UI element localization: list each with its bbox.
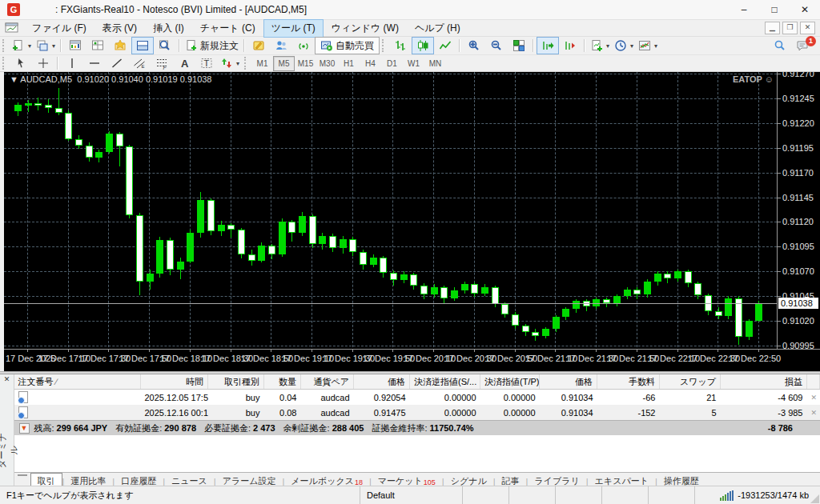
timeframe-mn[interactable]: MN [424, 56, 446, 71]
terminal-close-icon[interactable]: ✕ [2, 375, 11, 384]
profiles-icon [36, 39, 49, 52]
timeframe-m15[interactable]: M15 [295, 56, 316, 71]
dropdown-caret-icon[interactable]: ▾ [654, 42, 657, 50]
ea-smiley-icon[interactable]: ☺ [765, 74, 774, 84]
chart-canvas[interactable]: 0.912700.912450.912200.911950.911700.911… [4, 72, 820, 371]
ea-label[interactable]: EATOP ☺ [733, 74, 774, 84]
timeframe-m30[interactable]: M30 [316, 56, 338, 71]
grid-line-vertical [555, 72, 556, 347]
chart-collapse-icon[interactable]: ▼ [10, 74, 20, 84]
dropdown-caret-icon[interactable]: ▾ [52, 42, 55, 50]
timeframe-d1[interactable]: D1 [381, 56, 403, 71]
menu-item-2[interactable]: 表示 (V) [94, 19, 145, 38]
notifications-button[interactable]: 1 [791, 37, 814, 54]
order-row[interactable]: 2025.12.05 17:51:00buy0.04audcad0.920540… [14, 390, 820, 406]
toolbar-grip[interactable] [2, 39, 7, 52]
toolbar-grip[interactable] [244, 57, 249, 70]
child-restore-button[interactable]: ❐ [782, 22, 798, 34]
toolbar-grip[interactable] [382, 39, 387, 52]
terminal-panel: ✕ ターミナル 注文番号 ∕時間取引種別数量通貨ペア価格決済逆指値(S/...決… [0, 374, 820, 490]
autotrade-button[interactable]: 自動売買 [315, 37, 380, 54]
profiles-button[interactable]: ▾ [34, 37, 58, 54]
order-row[interactable]: 2025.12.16 00:15:00buy0.08audcad0.914750… [14, 405, 820, 420]
column-header-3[interactable]: 取引種別 [208, 374, 264, 390]
minimize-button[interactable]: – [729, 0, 759, 19]
grid-line-vertical [190, 72, 191, 347]
line-chart-button[interactable] [434, 37, 456, 54]
vertical-line-button[interactable] [61, 54, 83, 72]
navigator-button[interactable] [109, 37, 131, 54]
tile-windows-button[interactable] [508, 37, 530, 54]
dropdown-caret-icon[interactable]: ▾ [630, 42, 633, 50]
text-label-button[interactable]: T [195, 54, 218, 72]
column-header-11[interactable]: スワップ [660, 374, 721, 390]
data-window-button[interactable] [86, 37, 109, 54]
menu-item-6[interactable]: ウィンドウ (W) [324, 19, 407, 38]
templates-button[interactable]: ▾ [636, 37, 660, 54]
dropdown-caret-icon[interactable]: ▾ [236, 60, 239, 67]
chart-shift-button[interactable] [559, 37, 581, 54]
candlestick-chart-button[interactable] [412, 37, 434, 54]
order-close-icon[interactable]: ✕ [807, 405, 820, 420]
timeframe-h1[interactable]: H1 [338, 56, 360, 71]
column-header-9[interactable]: 価格 [540, 374, 597, 390]
grid-line-vertical [718, 72, 718, 347]
column-header-5[interactable]: 通貨ペア [301, 374, 354, 390]
trendline-button[interactable] [106, 54, 128, 72]
autoscroll-button[interactable] [537, 37, 559, 54]
zoom-out-button[interactable] [485, 37, 508, 54]
text-button[interactable]: A [173, 54, 195, 72]
strategy-tester-button[interactable] [154, 37, 176, 54]
text-icon: A [178, 57, 191, 70]
zoom-in-button[interactable] [463, 37, 485, 54]
column-header-1[interactable]: 注文番号 ∕ [14, 374, 141, 390]
menu-item-7[interactable]: ヘルプ (H) [407, 19, 468, 38]
dropdown-caret-icon[interactable]: ▾ [606, 42, 609, 50]
menu-item-3[interactable]: 挿入 (I) [145, 19, 192, 38]
new-order-button[interactable]: 新規注文 [183, 37, 241, 54]
child-close-button[interactable]: ✕ [800, 22, 815, 34]
bar-chart-button[interactable] [389, 37, 412, 54]
timeframe-h4[interactable]: H4 [360, 56, 381, 71]
timeframe-m5[interactable]: M5 [273, 56, 295, 71]
metaeditor-button[interactable] [247, 37, 270, 54]
column-header-2[interactable]: 時間 [141, 374, 208, 390]
cursor-button[interactable] [10, 54, 32, 72]
dropdown-caret-icon[interactable]: ▾ [28, 42, 31, 50]
candle-body [431, 287, 438, 294]
column-header-8[interactable]: 決済指値(T/P) [480, 374, 540, 390]
terminal-panel-button[interactable] [131, 37, 154, 54]
status-profile[interactable]: Default [360, 486, 463, 504]
menu-item-4[interactable]: チャート (C) [192, 19, 263, 38]
column-header-12[interactable]: 損益 [721, 374, 807, 390]
order-close-icon[interactable]: ✕ [807, 390, 820, 406]
search-button[interactable] [769, 37, 791, 54]
menu-item-5[interactable]: ツール (T) [263, 19, 324, 38]
fibonacci-button[interactable]: F [151, 54, 173, 72]
column-header-10[interactable]: 手数料 [597, 374, 660, 390]
column-header-4[interactable]: 数量 [264, 374, 301, 390]
menu-item-1[interactable]: ファイル (F) [24, 19, 94, 38]
timeframe-m1[interactable]: M1 [251, 56, 273, 71]
child-window-icon[interactable] [5, 22, 19, 34]
close-button[interactable]: ✕ [790, 0, 820, 19]
equidistant-channel-button[interactable]: E [128, 54, 151, 72]
column-header-7[interactable]: 決済逆指値(S/... [410, 374, 480, 390]
signals-button[interactable] [292, 37, 315, 54]
market-watch-button[interactable] [64, 37, 86, 54]
price-axis-tick [778, 123, 781, 124]
new-chart-button[interactable]: ▾ [10, 37, 34, 54]
toolbar-grip[interactable] [2, 57, 7, 70]
chat-button[interactable] [270, 37, 292, 54]
column-header-6[interactable]: 価格 [354, 374, 410, 390]
maximize-button[interactable]: □ [759, 0, 790, 19]
child-minimize-button[interactable]: ▁ [765, 22, 780, 34]
periods-button[interactable]: ▾ [612, 37, 636, 54]
indicators-button[interactable]: ▾ [588, 37, 612, 54]
horizontal-line-button[interactable] [83, 54, 106, 72]
timeframe-w1[interactable]: W1 [403, 56, 424, 71]
toolbar-separator [533, 39, 534, 52]
resize-grip[interactable] [810, 494, 819, 503]
crosshair-button[interactable] [32, 54, 54, 72]
arrows-button[interactable]: ▾ [218, 54, 242, 72]
